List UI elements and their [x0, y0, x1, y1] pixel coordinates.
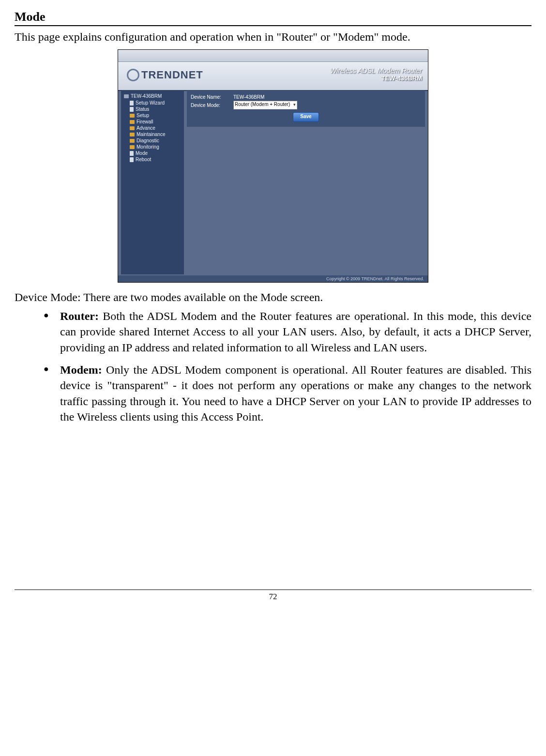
router-admin-screenshot: TRENDNET Wireless ADSL Modem Router TEW-…: [118, 49, 428, 283]
nav-item-reboot[interactable]: Reboot: [121, 156, 184, 163]
nav-item-label: Mode: [136, 151, 148, 156]
device-mode-select[interactable]: Router (Modem + Router): [233, 101, 297, 109]
page-icon: [130, 101, 134, 106]
device-mode-label: Device Mode:: [191, 103, 229, 108]
product-line1: Wireless ADSL Modem Router: [330, 67, 422, 75]
folder-icon: [130, 114, 135, 118]
nav-item-setup[interactable]: Setup: [121, 112, 184, 119]
nav-sidebar: TEW-436BRM Setup WizardStatusSetupFirewa…: [121, 91, 184, 274]
nav-root[interactable]: TEW-436BRM: [121, 92, 184, 100]
bullet-router: Router: Both the ADSL Modem and the Rout…: [44, 308, 531, 355]
nav-item-label: Setup: [136, 113, 149, 118]
page-icon: [130, 107, 134, 112]
page-icon: [130, 157, 134, 162]
bullet-modem-label: Modem:: [60, 363, 102, 376]
nav-item-firewall[interactable]: Firewall: [121, 119, 184, 125]
page-number: 72: [15, 590, 531, 602]
bullet-modem-text: Only the ADSL Modem component is operati…: [60, 363, 531, 423]
bullet-router-label: Router:: [60, 310, 99, 322]
header-bar: TRENDNET Wireless ADSL Modem Router TEW-…: [118, 62, 428, 91]
intro-paragraph: This page explains configuration and ope…: [15, 29, 531, 45]
folder-icon: [130, 133, 135, 136]
screenshot-container: TRENDNET Wireless ADSL Modem Router TEW-…: [15, 49, 531, 286]
section-title: Mode: [15, 10, 531, 26]
copyright-footer: Copyright © 2009 TRENDnet. All Rights Re…: [118, 275, 428, 282]
nav-item-maintainance[interactable]: Maintainance: [121, 131, 184, 137]
page-icon: [130, 151, 134, 156]
nav-item-label: Firewall: [136, 119, 153, 124]
nav-item-label: Monitoring: [136, 144, 159, 150]
nav-item-label: Reboot: [136, 157, 151, 162]
nav-item-mode[interactable]: Mode: [121, 150, 184, 156]
save-button[interactable]: Save: [293, 112, 319, 122]
nav-root-label: TEW-436BRM: [131, 93, 162, 99]
device-name-label: Device Name:: [191, 94, 229, 100]
device-icon: [124, 94, 129, 98]
nav-item-status[interactable]: Status: [121, 106, 184, 112]
nav-item-monitoring[interactable]: Monitoring: [121, 144, 184, 150]
nav-item-label: Diagnostic: [136, 138, 159, 143]
folder-icon: [130, 120, 135, 124]
screenshot-body: TEW-436BRM Setup WizardStatusSetupFirewa…: [121, 91, 425, 274]
nav-item-label: Status: [136, 106, 149, 112]
window-titlebar: [118, 50, 428, 62]
brand-text: TRENDNET: [141, 69, 203, 81]
nav-item-diagnostic[interactable]: Diagnostic: [121, 137, 184, 144]
device-mode-subhead: Device Mode: There are two modes availab…: [15, 289, 531, 305]
nav-item-label: Setup Wizard: [136, 100, 165, 106]
device-mode-row: Device Mode: Router (Modem + Router): [191, 101, 421, 109]
device-name-row: Device Name: TEW-436BRM: [191, 94, 421, 100]
device-form: Device Name: TEW-436BRM Device Mode: Rou…: [187, 91, 425, 127]
nav-item-label: Advance: [136, 125, 155, 131]
folder-icon: [130, 126, 135, 130]
bullet-router-text: Both the ADSL Modem and the Router featu…: [60, 310, 531, 354]
device-name-value: TEW-436BRM: [233, 94, 264, 100]
bullet-modem: Modem: Only the ADSL Modem component is …: [44, 362, 531, 425]
folder-icon: [130, 139, 135, 143]
folder-icon: [130, 145, 135, 149]
main-panel: Device Name: TEW-436BRM Device Mode: Rou…: [187, 91, 425, 274]
product-label: Wireless ADSL Modem Router TEW-436BRM: [330, 67, 422, 82]
product-line2: TEW-436BRM: [330, 75, 422, 82]
nav-item-label: Maintainance: [136, 132, 165, 137]
nav-item-setup-wizard[interactable]: Setup Wizard: [121, 100, 184, 106]
nav-item-advance[interactable]: Advance: [121, 125, 184, 131]
brand-logo: TRENDNET: [127, 69, 203, 82]
logo-icon: [127, 69, 139, 81]
mode-list: Router: Both the ADSL Modem and the Rout…: [15, 308, 531, 425]
